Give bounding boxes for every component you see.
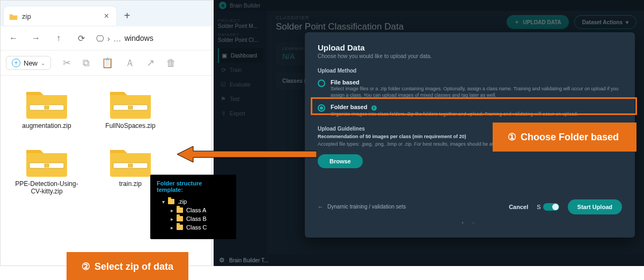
file-label: augmentation.zip — [22, 122, 71, 130]
file-item[interactable]: FullNoSpaces.zip — [93, 87, 168, 130]
dynamic-label: Dynamic training / validation sets — [327, 204, 406, 210]
file-item[interactable]: augmentation.zip — [9, 87, 84, 130]
explorer-tabbar: zip × + — [1, 1, 211, 26]
new-button[interactable]: + New ⌄ — [6, 56, 51, 70]
new-label: New — [24, 59, 38, 67]
chevron-left-icon: ← — [318, 204, 323, 210]
option-title: File based — [331, 79, 622, 85]
arrow-browse-to-explorer — [177, 146, 317, 162]
skip-toggle[interactable] — [543, 203, 559, 211]
callout-number: ② — [82, 261, 90, 272]
info-icon[interactable]: i — [371, 105, 377, 111]
paste-icon[interactable]: 📋 — [101, 57, 113, 69]
gear-icon[interactable]: ⚙ — [219, 256, 225, 264]
browse-button[interactable]: Browse — [318, 154, 363, 168]
rename-icon[interactable]: Ａ — [125, 56, 135, 69]
dynamic-sets-toggle[interactable]: ← Dynamic training / validation sets — [318, 204, 406, 210]
folder-icon — [177, 216, 183, 221]
option-folder-based[interactable]: Folder based i Organize images into clas… — [318, 104, 622, 117]
more-icon: … — [113, 34, 121, 43]
svg-rect-1 — [45, 106, 49, 109]
option-file-based[interactable]: File based Select image files or a .zip … — [318, 79, 622, 98]
modal-footer: ← Dynamic training / validation sets Can… — [318, 199, 622, 214]
tree-label: Class C — [186, 224, 207, 231]
tree-row: ▾.zip — [157, 197, 230, 206]
explorer-tab[interactable]: zip × — [4, 6, 116, 26]
callout-number: ① — [508, 131, 516, 143]
cut-icon[interactable]: ✂ — [63, 57, 71, 69]
option-desc: Select image files or a .zip folder cont… — [331, 85, 622, 98]
file-label: FullNoSpaces.zip — [105, 122, 155, 130]
cancel-button[interactable]: Cancel — [509, 204, 528, 210]
callout-text: Choose Folder based — [521, 132, 619, 143]
start-upload-button[interactable]: Start Upload — [568, 199, 622, 214]
delete-icon[interactable]: 🗑 — [166, 58, 176, 69]
zip-folder-icon — [109, 87, 152, 119]
svg-rect-3 — [128, 106, 133, 109]
share-icon[interactable]: ↗ — [147, 57, 155, 69]
close-icon[interactable]: × — [102, 9, 111, 23]
zip-folder-icon — [25, 145, 68, 177]
copy-icon[interactable]: ⧉ — [83, 58, 90, 69]
callout-choose-folder-based: ① Choose Folder based — [493, 123, 636, 152]
file-label: train.zip — [119, 180, 142, 188]
back-button[interactable]: ← — [6, 33, 21, 43]
explorer-tab-title: zip — [22, 12, 98, 20]
upload-method-title: Upload Method — [318, 68, 622, 74]
tree-row: ▸Class C — [157, 223, 230, 232]
folder-structure-tooltip: Folder structure template: ▾.zip ▸Class … — [150, 175, 236, 239]
tooltip-title: Folder structure template: — [157, 180, 230, 193]
address-bar[interactable]: 🖵 › … windows — [96, 34, 153, 43]
forward-button[interactable]: → — [28, 33, 43, 43]
option-title-text: Folder based — [331, 104, 367, 110]
folder-icon — [168, 199, 174, 204]
tree-label: .zip — [178, 198, 187, 205]
folder-icon — [9, 12, 18, 20]
folder-icon — [177, 225, 183, 230]
bottom-bar-text: Brain Builder T... — [229, 257, 268, 263]
callout-text: Select zip of data — [94, 261, 173, 272]
modal-subtitle: Choose how you would like to upload your… — [318, 53, 622, 59]
app-bottom-bar: ⚙ Brain Builder T... — [214, 254, 644, 266]
file-label: PPE-Detection-Using-CV-kitty.zip — [12, 180, 82, 195]
radio-file-based[interactable] — [318, 80, 325, 87]
tree-label: Class B — [186, 216, 207, 222]
tree-row: ▸Class A — [157, 206, 230, 214]
explorer-navbar: ← → ↑ ⟳ 🖵 › … windows — [1, 26, 211, 50]
svg-marker-8 — [177, 146, 317, 162]
file-item[interactable]: PPE-Detection-Using-CV-kitty.zip — [9, 145, 84, 195]
option-title: Folder based i — [331, 104, 578, 111]
chevron-down-icon: ⌄ — [41, 60, 45, 66]
step-dots: • ○ — [318, 220, 622, 226]
explorer-toolbar: + New ⌄ ✂ ⧉ 📋 Ａ ↗ 🗑 — [1, 50, 211, 76]
skip-label: S — [537, 204, 540, 210]
tree-row: ▸Class B — [157, 214, 230, 223]
new-tab-button[interactable]: + — [116, 4, 138, 27]
chevron-right-icon: › — [107, 34, 110, 43]
callout-select-zip: ② Select zip of data — [67, 252, 188, 280]
zip-folder-icon — [25, 87, 68, 119]
path-text: windows — [125, 34, 153, 42]
zip-folder-icon — [109, 145, 152, 177]
option-desc: Organize images into class folders. Zip … — [331, 111, 578, 117]
svg-rect-5 — [45, 164, 49, 167]
plus-icon: + — [12, 59, 20, 67]
monitor-icon: 🖵 — [96, 34, 104, 43]
folder-icon — [177, 207, 183, 213]
up-button[interactable]: ↑ — [51, 33, 66, 43]
refresh-button[interactable]: ⟳ — [74, 33, 89, 44]
svg-rect-7 — [128, 164, 133, 167]
radio-folder-based[interactable] — [318, 104, 325, 112]
modal-title: Upload Data — [318, 43, 622, 52]
tree-label: Class A — [186, 207, 206, 213]
